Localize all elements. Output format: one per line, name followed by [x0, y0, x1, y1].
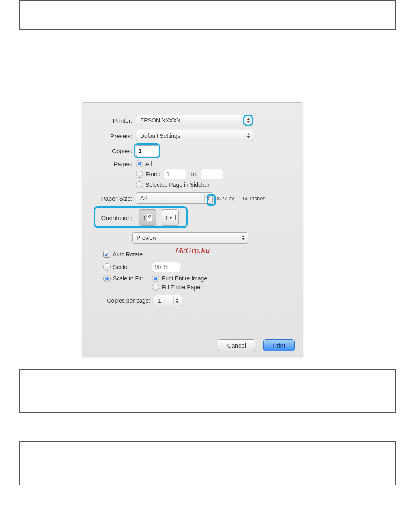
presets-label: Presets: [87, 132, 136, 139]
from-label: From: [145, 171, 160, 177]
print-dialog: Printer: EPSON XXXXX Presets: Default Se… [82, 102, 303, 357]
paper-dimensions: 8.27 by 11.69 inches [217, 195, 265, 201]
copies-per-page-row: Copies per page: 1 [103, 295, 293, 306]
updown-stepper-icon[interactable] [173, 297, 180, 304]
updown-stepper-icon[interactable] [245, 117, 251, 124]
pages-all-radio[interactable] [136, 160, 143, 167]
print-entire-label: Print Entire Image [162, 275, 207, 282]
print-entire-radio[interactable] [152, 275, 159, 282]
pages-selected-row: Selected Page in Sidebar [87, 181, 293, 188]
printer-label: Printer: [87, 117, 136, 124]
print-form: Printer: EPSON XXXXX Presets: Default Se… [82, 103, 303, 244]
paper-size-value: A4 [140, 195, 147, 201]
copies-label: Copies: [87, 147, 136, 154]
pages-label: Pages: [87, 160, 136, 167]
copies-per-page-label: Copies per page: [103, 297, 154, 304]
pages-selected-text: Selected Page in Sidebar [145, 182, 210, 188]
presets-row: Presets: Default Settings [87, 130, 293, 141]
pages-all-row: Pages: All [87, 160, 293, 167]
portrait-page-icon [147, 214, 152, 221]
auto-rotate-label: Auto Rotate [113, 251, 143, 258]
scale-input [152, 262, 180, 272]
orientation-portrait-button[interactable]: ↑ [139, 209, 156, 226]
pages-all-text: All [145, 160, 152, 167]
pages-to-input[interactable] [201, 169, 223, 179]
scale-label: Scale: [113, 264, 152, 270]
pages-selected-radio[interactable] [136, 181, 143, 188]
scale-to-fit-radio[interactable] [103, 275, 111, 282]
page-note-box-top [19, 0, 396, 30]
copies-input[interactable] [136, 145, 158, 156]
scale-radio[interactable] [103, 263, 111, 271]
orientation-group: ↑ ↑ [136, 208, 182, 227]
page-note-box-middle [19, 369, 396, 413]
presets-select[interactable]: Default Settings [136, 130, 253, 141]
paper-size-row: Paper Size: A4 8.27 by 11.69 inches [87, 192, 293, 204]
updown-stepper-icon[interactable] [204, 194, 211, 202]
printer-value: EPSON XXXXX [140, 117, 181, 124]
orientation-row: Orientation: ↑ ↑ [87, 208, 293, 227]
panel-value: Preview [137, 235, 157, 241]
printer-select[interactable]: EPSON XXXXX [136, 115, 253, 126]
to-label: to: [191, 171, 198, 177]
cancel-button[interactable]: Cancel [218, 339, 255, 351]
panel-select[interactable]: Preview [132, 232, 248, 244]
copies-per-page-select[interactable]: 1 [154, 295, 182, 306]
fill-paper-label: Fill Entire Paper [162, 284, 202, 291]
paper-size-select[interactable]: A4 [136, 192, 213, 204]
preview-panel: Auto Rotate Scale: Scale to Fit: Print E… [82, 244, 303, 306]
paper-size-label: Paper Size: [87, 195, 136, 202]
print-button[interactable]: Print [263, 339, 295, 351]
auto-rotate-row: Auto Rotate [103, 251, 293, 258]
updown-stepper-icon[interactable] [240, 234, 246, 241]
pages-from-row: From: to: [87, 169, 293, 179]
scale-to-fit-label: Scale to Fit: [113, 275, 152, 282]
printer-row: Printer: EPSON XXXXX [87, 115, 293, 126]
pages-from-input[interactable] [164, 169, 186, 179]
panel-divider: Preview [87, 232, 293, 244]
copies-row: Copies: [87, 145, 293, 156]
arrow-up-icon: ↑ [165, 214, 168, 221]
orientation-label: Orientation: [87, 214, 136, 221]
dialog-footer: Cancel Print [82, 333, 303, 357]
page-note-box-bottom [19, 441, 396, 485]
updown-stepper-icon[interactable] [245, 132, 251, 139]
auto-rotate-checkbox[interactable] [103, 251, 110, 258]
pages-from-radio[interactable] [136, 171, 143, 178]
divider-line [252, 238, 293, 238]
divider-line [87, 238, 128, 238]
scale-row: Scale: [103, 262, 293, 272]
landscape-page-icon [169, 215, 176, 220]
presets-value: Default Settings [140, 132, 180, 139]
scale-to-fit-row: Scale to Fit: Print Entire Image [103, 275, 293, 282]
arrow-up-icon: ↑ [143, 214, 146, 221]
copies-per-page-value: 1 [158, 297, 161, 304]
fill-paper-radio[interactable] [152, 284, 159, 291]
fill-paper-row: Fill Entire Paper [103, 284, 293, 291]
orientation-landscape-button[interactable]: ↑ [162, 209, 179, 226]
